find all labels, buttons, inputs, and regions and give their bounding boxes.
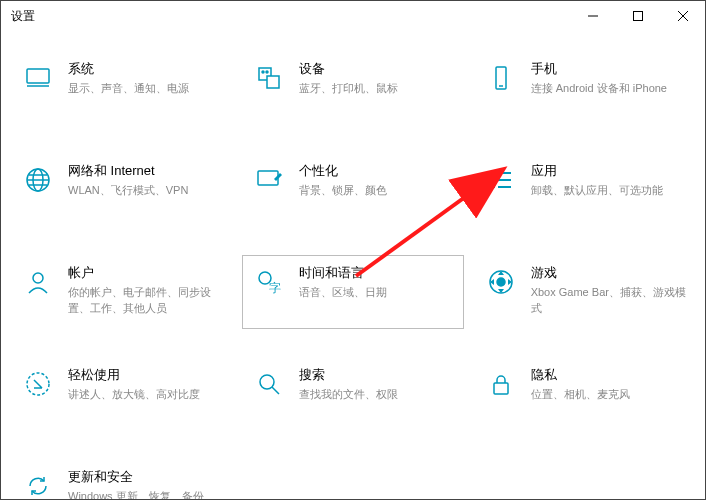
svg-line-31: [272, 387, 279, 394]
maximize-button[interactable]: [615, 1, 660, 31]
system-icon: [20, 60, 56, 96]
svg-point-24: [33, 273, 43, 283]
settings-item-apps[interactable]: 应用卸载、默认应用、可选功能: [474, 153, 695, 227]
settings-item-phone[interactable]: 手机连接 Android 设备和 iPhone: [474, 51, 695, 125]
update-icon: [20, 468, 56, 499]
settings-item-text: 设备蓝牙、打印机、鼠标: [299, 60, 398, 96]
settings-item-label: 手机: [531, 60, 667, 78]
accounts-icon: [20, 264, 56, 300]
settings-item-sub: 连接 Android 设备和 iPhone: [531, 80, 667, 96]
settings-item-text: 个性化背景、锁屏、颜色: [299, 162, 387, 198]
settings-item-label: 时间和语言: [299, 264, 387, 282]
personalize-icon: [251, 162, 287, 198]
settings-item-label: 设备: [299, 60, 398, 78]
settings-item-label: 更新和安全: [68, 468, 204, 486]
settings-item-gaming[interactable]: 游戏Xbox Game Bar、捕获、游戏模式: [474, 255, 695, 329]
settings-item-text: 更新和安全Windows 更新、恢复、备份: [68, 468, 204, 499]
minimize-button[interactable]: [570, 1, 615, 31]
settings-item-sub: 蓝牙、打印机、鼠标: [299, 80, 398, 96]
settings-item-text: 时间和语言语音、区域、日期: [299, 264, 387, 300]
settings-item-text: 轻松使用讲述人、放大镜、高对比度: [68, 366, 200, 402]
svg-text:字: 字: [269, 281, 281, 295]
devices-icon: [251, 60, 287, 96]
settings-item-text: 搜索查找我的文件、权限: [299, 366, 398, 402]
ease-icon: [20, 366, 56, 402]
settings-item-sub: 你的帐户、电子邮件、同步设置、工作、其他人员: [68, 284, 223, 316]
settings-item-ease[interactable]: 轻松使用讲述人、放大镜、高对比度: [11, 357, 232, 431]
settings-item-system[interactable]: 系统显示、声音、通知、电源: [11, 51, 232, 125]
svg-point-30: [260, 375, 274, 389]
settings-item-text: 隐私位置、相机、麦克风: [531, 366, 630, 402]
settings-content[interactable]: 系统显示、声音、通知、电源设备蓝牙、打印机、鼠标手机连接 Android 设备和…: [1, 31, 705, 499]
settings-item-text: 应用卸载、默认应用、可选功能: [531, 162, 663, 198]
settings-item-sub: 背景、锁屏、颜色: [299, 182, 387, 198]
network-icon: [20, 162, 56, 198]
svg-rect-4: [27, 69, 49, 83]
settings-item-text: 系统显示、声音、通知、电源: [68, 60, 189, 96]
settings-item-personalize[interactable]: 个性化背景、锁屏、颜色: [242, 153, 463, 227]
settings-item-text: 网络和 InternetWLAN、飞行模式、VPN: [68, 162, 188, 198]
settings-item-label: 系统: [68, 60, 189, 78]
settings-item-sub: 语音、区域、日期: [299, 284, 387, 300]
settings-item-label: 隐私: [531, 366, 630, 384]
settings-item-label: 网络和 Internet: [68, 162, 188, 180]
window-buttons: [570, 1, 705, 31]
settings-item-label: 帐户: [68, 264, 223, 282]
settings-item-sub: Windows 更新、恢复、备份: [68, 488, 204, 499]
settings-item-time[interactable]: 字时间和语言语音、区域、日期: [242, 255, 463, 329]
settings-grid: 系统显示、声音、通知、电源设备蓝牙、打印机、鼠标手机连接 Android 设备和…: [11, 51, 695, 499]
settings-item-devices[interactable]: 设备蓝牙、打印机、鼠标: [242, 51, 463, 125]
settings-item-privacy[interactable]: 隐私位置、相机、麦克风: [474, 357, 695, 431]
settings-item-text: 手机连接 Android 设备和 iPhone: [531, 60, 667, 96]
titlebar: 设置: [1, 1, 705, 31]
settings-item-update[interactable]: 更新和安全Windows 更新、恢复、备份: [11, 459, 232, 499]
svg-point-28: [497, 278, 505, 286]
settings-item-sub: 位置、相机、麦克风: [531, 386, 630, 402]
settings-item-network[interactable]: 网络和 InternetWLAN、飞行模式、VPN: [11, 153, 232, 227]
close-button[interactable]: [660, 1, 705, 31]
window-title: 设置: [11, 8, 35, 25]
gaming-icon: [483, 264, 519, 300]
settings-item-search[interactable]: 搜索查找我的文件、权限: [242, 357, 463, 431]
settings-item-accounts[interactable]: 帐户你的帐户、电子邮件、同步设置、工作、其他人员: [11, 255, 232, 329]
settings-window: 设置 系统显示、声音、通知、电源设备蓝牙、打印机、鼠标手机连接 Android …: [0, 0, 706, 500]
settings-item-text: 游戏Xbox Game Bar、捕获、游戏模式: [531, 264, 686, 316]
settings-item-sub: Xbox Game Bar、捕获、游戏模式: [531, 284, 686, 316]
svg-rect-7: [267, 76, 279, 88]
apps-icon: [483, 162, 519, 198]
svg-rect-1: [633, 12, 642, 21]
time-icon: 字: [251, 264, 287, 300]
settings-item-label: 个性化: [299, 162, 387, 180]
settings-item-sub: 显示、声音、通知、电源: [68, 80, 189, 96]
privacy-icon: [483, 366, 519, 402]
settings-item-label: 轻松使用: [68, 366, 200, 384]
search-icon: [251, 366, 287, 402]
settings-item-sub: 查找我的文件、权限: [299, 386, 398, 402]
settings-item-sub: 卸载、默认应用、可选功能: [531, 182, 663, 198]
settings-item-sub: WLAN、飞行模式、VPN: [68, 182, 188, 198]
settings-item-label: 游戏: [531, 264, 686, 282]
settings-item-text: 帐户你的帐户、电子邮件、同步设置、工作、其他人员: [68, 264, 223, 316]
phone-icon: [483, 60, 519, 96]
settings-item-label: 应用: [531, 162, 663, 180]
svg-point-9: [266, 71, 268, 73]
svg-point-8: [262, 71, 264, 73]
svg-rect-32: [494, 383, 508, 394]
settings-item-sub: 讲述人、放大镜、高对比度: [68, 386, 200, 402]
settings-item-label: 搜索: [299, 366, 398, 384]
